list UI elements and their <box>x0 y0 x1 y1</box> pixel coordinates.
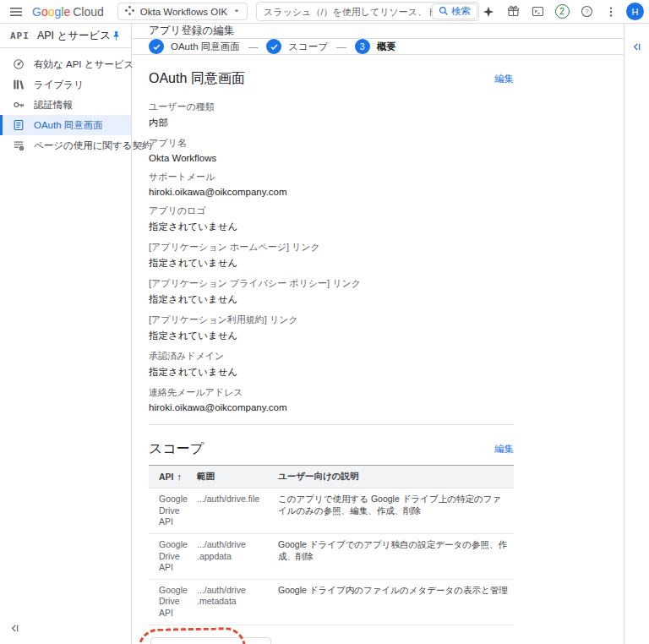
search-button[interactable]: 検索 <box>432 3 477 19</box>
help-icon[interactable]: ? <box>577 3 596 21</box>
step-check-icon <box>266 39 281 54</box>
sidebar-nav: 有効な API とサービスライブラリ認証情報OAuth 同意画面ページの使用に関… <box>0 48 131 156</box>
sidebar-item-label: OAuth 同意画面 <box>34 119 103 132</box>
sidebar-item-label: ページの使用に関する契約 <box>34 139 152 152</box>
oauth-field: アプリ名Okta Workflows <box>149 137 514 163</box>
oauth-field: サポートメールhiroki.oikawa@oikcompany.com <box>149 171 514 197</box>
key-icon <box>12 99 25 111</box>
avatar[interactable]: H <box>626 3 644 20</box>
api-cell: Google Drive API <box>149 533 197 579</box>
oauth-field: [アプリケーション利用規約] リンク指定されていません <box>149 314 514 342</box>
pin-icon[interactable] <box>111 30 122 41</box>
field-value: 指定されていません <box>149 293 514 306</box>
oauth-field: [アプリケーション プライバシー ポリシー] リンク指定されていません <box>149 277 514 306</box>
field-label: 連絡先メールアドレス <box>149 386 514 399</box>
step-3[interactable]: 3概要 <box>355 39 396 54</box>
step-1[interactable]: OAuth 同意画面 <box>149 39 240 54</box>
google-cloud-logo[interactable]: GoogleCloud <box>32 5 104 19</box>
step-label: スコープ <box>288 41 328 53</box>
section-divider <box>149 424 514 425</box>
right-gutter <box>624 24 649 644</box>
project-name: Okta Workflows OIK <box>140 7 227 17</box>
oauth-field: ユーザーの種類内部 <box>149 101 514 129</box>
scope-cell: .../auth/drive .appdata <box>197 533 278 579</box>
gauge-icon <box>12 58 25 70</box>
search-input[interactable] <box>264 7 432 17</box>
oauth-field: 連絡先メールアドレスhiroki.oikawa@oikcompany.com <box>149 386 514 412</box>
sidebar-title: API とサービス <box>37 29 111 43</box>
sidebar-item-1[interactable]: ライブラリ <box>0 74 131 95</box>
table-row: Google Drive API.../auth/drive .metadata… <box>149 579 514 625</box>
api-cell: Google Drive API <box>149 488 197 534</box>
field-label: 承認済みドメイン <box>149 350 514 363</box>
scope-section-title: スコープ <box>149 440 204 458</box>
scopes-col-header-0[interactable]: API↑ <box>149 466 197 488</box>
field-label: ユーザーの種類 <box>149 101 514 113</box>
svg-text:?: ? <box>585 8 588 15</box>
collapse-sidebar-icon[interactable] <box>9 622 20 637</box>
field-value: 指定されていません <box>149 330 514 342</box>
field-value: Okta Workflows <box>149 153 514 163</box>
chevron-down-icon <box>232 7 241 17</box>
scope-edit-link[interactable]: 編集 <box>494 443 514 456</box>
description-cell: このアプリで使用する Google ドライブ上の特定のファイルのみの参照、編集、… <box>278 488 514 534</box>
field-value: 内部 <box>149 117 514 129</box>
oauth-field: アプリのロゴ指定されていません <box>149 205 514 233</box>
field-value: 指定されていません <box>149 366 514 379</box>
scope-cell: .../auth/drive.file <box>197 488 278 534</box>
description-cell: Google ドライブでのアプリ独自の設定データの参照、作成、削除 <box>278 533 514 579</box>
scopes-section: スコープ 編集 API↑範囲ユーザー向けの説明 Google Drive API… <box>149 440 514 644</box>
scopes-col-header-1: 範囲 <box>197 466 278 488</box>
collapse-right-panel-icon[interactable] <box>631 41 642 56</box>
step-2[interactable]: スコープ <box>266 39 328 54</box>
cloud-shell-icon[interactable] <box>528 3 547 21</box>
sidebar-item-label: ライブラリ <box>34 79 84 91</box>
step-label: OAuth 同意画面 <box>171 41 240 53</box>
step-separator: — <box>336 41 346 52</box>
field-label: [アプリケーション ホームページ] リンク <box>149 241 514 254</box>
field-label: サポートメール <box>149 171 514 183</box>
scopes-table: API↑範囲ユーザー向けの説明 Google Drive API.../auth… <box>149 465 514 625</box>
gift-icon[interactable] <box>504 3 522 21</box>
search-bar: 検索 <box>256 2 479 21</box>
table-row: Google Drive API.../auth/drive.fileこのアプリ… <box>149 488 514 534</box>
step-check-icon <box>149 39 164 54</box>
step-number: 3 <box>355 39 370 54</box>
sort-ascending-icon: ↑ <box>177 472 183 482</box>
field-label: [アプリケーション利用規約] リンク <box>149 314 514 326</box>
stepper: OAuth 同意画面—スコープ—3概要 <box>132 39 624 55</box>
oauth-fields: ユーザーの種類内部アプリ名Okta Workflowsサポートメールhiroki… <box>149 101 514 412</box>
search-icon <box>439 6 449 18</box>
oauth-section-title: OAuth 同意画面 <box>149 70 245 88</box>
main-panel: アプリ登録の編集 OAuth 同意画面—スコープ—3概要 OAuth 同意画面 … <box>132 24 624 644</box>
hamburger-menu-icon[interactable] <box>7 3 25 21</box>
field-value: hiroki.oikawa@oikcompany.com <box>149 402 514 412</box>
project-icon <box>124 5 135 18</box>
field-value: 指定されていません <box>149 221 514 233</box>
content-area: OAuth 同意画面 編集 ユーザーの種類内部アプリ名Okta Workflow… <box>132 55 624 644</box>
step-label: 概要 <box>377 41 396 53</box>
oauth-consent-section: OAuth 同意画面 編集 ユーザーの種類内部アプリ名Okta Workflow… <box>149 70 514 425</box>
oauth-field: 承認済みドメイン指定されていません <box>149 350 514 379</box>
sidebar-item-4[interactable]: ページの使用に関する契約 <box>0 135 131 156</box>
sidebar-item-label: 認証情報 <box>34 99 73 112</box>
notifications-badge[interactable]: 2 <box>553 3 571 21</box>
oauth-edit-link[interactable]: 編集 <box>494 73 514 85</box>
back-to-dashboard-button[interactable]: ダッシュボードに戻る <box>150 637 271 644</box>
oauth-field: [アプリケーション ホームページ] リンク指定されていません <box>149 241 514 270</box>
field-label: [アプリケーション プライバシー ポリシー] リンク <box>149 277 514 290</box>
scopes-col-header-2: ユーザー向けの説明 <box>278 466 514 488</box>
page-title: アプリ登録の編集 <box>149 24 234 38</box>
sidebar-item-0[interactable]: 有効な API とサービス <box>0 54 131 74</box>
project-selector[interactable]: Okta Workflows OIK <box>117 3 248 20</box>
api-cell: Google Drive API <box>149 579 197 625</box>
step-separator: — <box>248 41 259 52</box>
sidebar-header: API API とサービス <box>0 24 131 48</box>
notification-count: 2 <box>555 4 570 19</box>
gemini-sparkle-icon[interactable] <box>479 3 498 21</box>
field-label: アプリ名 <box>149 137 514 150</box>
sidebar-item-3[interactable]: OAuth 同意画面 <box>0 115 131 135</box>
more-vertical-icon[interactable] <box>602 3 620 21</box>
field-value: 指定されていません <box>149 257 514 270</box>
sidebar-item-2[interactable]: 認証情報 <box>0 95 131 115</box>
